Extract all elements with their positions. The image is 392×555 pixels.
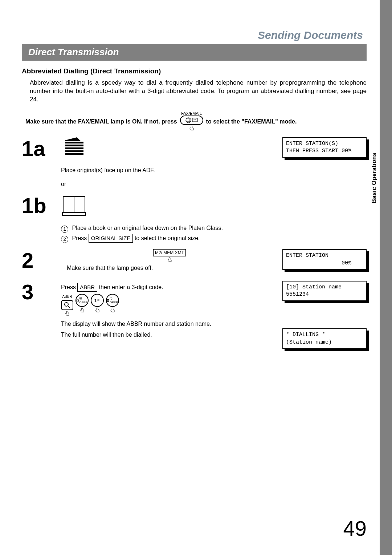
svg-rect-5 bbox=[65, 145, 83, 146]
press-finger-icon bbox=[93, 307, 101, 314]
key-1-digit: 1 bbox=[94, 297, 97, 304]
mem-xmt-key: M2/ MEM XMT bbox=[61, 249, 278, 264]
svg-marker-3 bbox=[65, 137, 81, 141]
fax-email-small-label: FAX/EMAIL bbox=[181, 111, 202, 116]
mode-text-before: Make sure that the FAX/EMAIL lamp is ON.… bbox=[25, 118, 177, 125]
lcd-display-1a: ENTER STATION(S) THEN PRESS START 00% bbox=[282, 137, 367, 158]
key-0a-sup: /() OPER bbox=[79, 296, 88, 305]
svg-line-10 bbox=[68, 306, 70, 308]
step-number-1b: 1b bbox=[22, 194, 61, 216]
key-1-sup: ®. bbox=[97, 298, 100, 303]
lcd-display-3b: * DIALLING * (Station name) bbox=[282, 328, 367, 349]
original-size-button: ORIGINAL SIZE bbox=[89, 234, 133, 243]
abbr-key: ABBR bbox=[61, 294, 73, 317]
step-number-1a: 1a bbox=[22, 137, 61, 159]
key-0b-sup: /() OPER bbox=[110, 296, 118, 305]
mem-xmt-label: M2/ MEM XMT bbox=[153, 249, 186, 256]
press-finger-icon bbox=[109, 307, 117, 314]
svg-rect-8 bbox=[65, 153, 83, 155]
step-3-text-a: Press bbox=[61, 284, 77, 290]
press-finger-icon bbox=[166, 256, 173, 264]
key-0b-digit: 0 bbox=[107, 297, 109, 304]
lcd-display-3a: [10] Station name 5551234 bbox=[282, 281, 367, 301]
svg-rect-4 bbox=[65, 142, 83, 143]
step-number-2: 2 bbox=[22, 249, 61, 271]
lcd-text-3b: * DIALLING * (Station name) bbox=[282, 328, 367, 349]
adf-icon bbox=[61, 137, 90, 162]
press-finger-icon bbox=[188, 125, 196, 132]
subheading: Abbreviated Dialling (Direct Transmissio… bbox=[22, 67, 367, 75]
step-1b-sub2: 2 Press ORIGINAL SIZE to select the orig… bbox=[61, 234, 367, 243]
keypad-sequence: ABBR 0/() OPER 1®. bbox=[61, 294, 278, 317]
step-1b-sub2-text-b: to select the original size. bbox=[135, 235, 200, 241]
step-3-para2: The display will show the ABBR number an… bbox=[61, 320, 217, 328]
step-number-3: 3 bbox=[22, 281, 61, 303]
lcd-text-3a: [10] Station name 5551234 bbox=[282, 281, 367, 301]
abbr-zoom-icon bbox=[61, 300, 73, 310]
circled-2-icon: 2 bbox=[61, 236, 68, 243]
step-1a-caption: Place original(s) face up on the ADF. bbox=[61, 166, 367, 175]
mode-text-after: to select the "FAX/EMAIL" mode. bbox=[206, 118, 297, 125]
press-finger-icon bbox=[63, 310, 71, 317]
abbr-button-label: ABBR bbox=[77, 283, 97, 292]
key-1: 1®. bbox=[91, 294, 104, 314]
fax-email-button-icon bbox=[180, 116, 203, 125]
key-0b: 0/() OPER bbox=[106, 294, 119, 314]
lcd-text-2: ENTER STATION 00% bbox=[282, 249, 367, 270]
or-label: or bbox=[61, 180, 367, 189]
svg-point-9 bbox=[65, 303, 68, 306]
circled-1-icon: 1 bbox=[61, 226, 68, 233]
step-1b-sub2-text-a: Press bbox=[72, 235, 88, 241]
step-1b-sub1-text: Place a book or an original face down on… bbox=[72, 225, 222, 231]
svg-rect-1 bbox=[187, 119, 190, 122]
section-title-bar: Direct Transmission bbox=[22, 44, 367, 61]
key-0a-digit: 0 bbox=[76, 297, 79, 304]
press-finger-icon bbox=[78, 307, 86, 314]
abbr-key-label: ABBR bbox=[62, 294, 72, 299]
svg-point-0 bbox=[186, 118, 191, 123]
svg-rect-7 bbox=[65, 150, 83, 152]
step-2: 2 ENTER STATION 00% M2/ MEM XMT Make sur… bbox=[22, 249, 367, 274]
key-0a: 0/() OPER bbox=[75, 294, 89, 314]
mode-instruction: Make sure that the FAX/EMAIL lamp is ON.… bbox=[25, 111, 367, 132]
step-1b-sub1: 1 Place a book or an original face down … bbox=[61, 224, 367, 232]
svg-rect-6 bbox=[65, 147, 83, 149]
step-1b: 1b 1 Place a book or an original face do… bbox=[22, 194, 367, 244]
lcd-text-1a: ENTER STATION(S) THEN PRESS START 00% bbox=[282, 137, 367, 158]
step-3-para3: The full number will then be dialled. bbox=[61, 331, 217, 339]
platen-glass-book-icon bbox=[61, 194, 87, 219]
step-2-text: Make sure that the lamp goes off. bbox=[67, 265, 153, 271]
intro-paragraph: Abbreviated dialling is a speedy way to … bbox=[30, 79, 367, 104]
step-1a: 1a ENTER STATION(S) THEN PRESS START 00% bbox=[22, 137, 367, 191]
step-3-text-b: then enter a 3-digit code. bbox=[99, 284, 163, 290]
step-3: 3 [10] Station name 5551234 Press ABBR t… bbox=[22, 281, 367, 353]
chapter-title: Sending Documents bbox=[22, 29, 363, 41]
page-number: 49 bbox=[343, 516, 367, 540]
lcd-display-2: ENTER STATION 00% bbox=[282, 249, 367, 270]
